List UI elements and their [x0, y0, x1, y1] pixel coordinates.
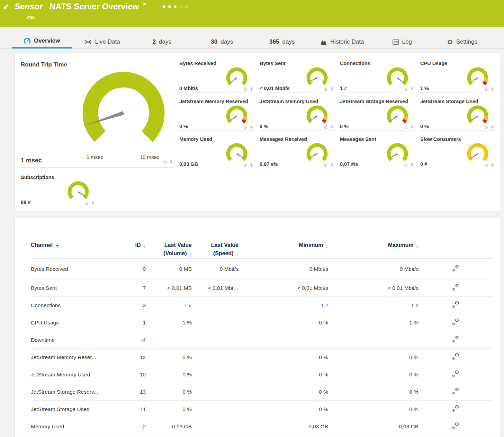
gear-icon: ⚙	[447, 39, 453, 45]
pin-icon[interactable]	[330, 163, 334, 168]
column-header-last-value-speed[interactable]: Last Value(Speed)▲▼	[192, 233, 238, 259]
channel-settings-icon[interactable]: ⚙⚙	[452, 422, 459, 429]
gear-icon[interactable]: ⚙	[243, 163, 248, 168]
column-header-last-value-volume[interactable]: Last Value(Volume)▲▼	[146, 233, 192, 259]
cell-last-value-volume: 0 MB	[146, 259, 192, 279]
cell-minimum: < 0,01 Mbit/s	[238, 279, 328, 297]
column-label: Last Value	[146, 241, 192, 249]
gauge-tile-bytes-sent[interactable]: Bytes Sent < 0,01 Mbit/s ⚙	[260, 59, 340, 97]
channel-settings-icon[interactable]: ⚙⚙	[452, 265, 459, 272]
gauge-tile-messages-received[interactable]: Messages Received 0,07 #/s ⚙	[260, 135, 340, 173]
pin-icon[interactable]	[490, 87, 494, 92]
gauge-arc	[465, 64, 491, 88]
round-trip-time-gauge[interactable]: Round Trip Time 0 msec 10 msec 1 msec ⚙	[21, 59, 174, 168]
tab-30-days[interactable]: 30days	[192, 35, 252, 48]
tab-bar: OverviewLive Data2days30days365daysHisto…	[0, 35, 504, 49]
cell-id: 3	[117, 297, 146, 314]
gear-icon[interactable]: ⚙	[404, 125, 408, 130]
gear-icon[interactable]: ⚙	[404, 163, 408, 168]
pin-icon[interactable]	[410, 163, 414, 168]
sort-descending-icon[interactable]: ▼	[55, 244, 59, 248]
tab-2-days[interactable]: 2days	[132, 35, 192, 48]
column-header-id[interactable]: ID▲▼	[117, 233, 146, 259]
pin-icon[interactable]	[250, 125, 253, 130]
column-header-maximum[interactable]: Maximum▲▼	[328, 233, 418, 259]
column-label: ID	[135, 242, 141, 248]
gauge-tile-messages-sent[interactable]: Messages Sent 0,07 #/s ⚙	[340, 135, 420, 173]
gauge-tile-memory-used[interactable]: Memory Used 0,03 GB ⚙	[179, 135, 260, 173]
tab-live-data[interactable]: Live Data	[72, 35, 132, 48]
gauge-tile-jetstream-storage-reserved[interactable]: JetStream Storage Reserved 0 % ⚙	[340, 97, 420, 135]
tab-365-days[interactable]: 365days	[252, 35, 312, 48]
channel-settings-icon[interactable]: ⚙⚙	[452, 371, 459, 377]
pin-icon[interactable]	[410, 125, 414, 130]
flag-icon[interactable]: ⚑	[143, 2, 147, 7]
sensor-status-bar: ✔ Sensor NATS Server Overview ⚑ ★★★☆☆ OK	[0, 0, 504, 27]
gauge-tile-cpu-usage[interactable]: CPU Usage 1 % ⚙	[420, 59, 501, 97]
pin-icon[interactable]	[330, 87, 334, 92]
column-header-minimum[interactable]: Minimum▲▼	[238, 233, 328, 259]
gauge-arc	[304, 64, 330, 88]
channel-settings-icon[interactable]: ⚙⚙	[452, 388, 459, 395]
sort-icon[interactable]: ▲▼	[236, 253, 238, 257]
page-title: NATS Server Overview	[50, 2, 139, 11]
gauge-title: Slow Consumers	[420, 136, 461, 142]
tab-historic-data[interactable]: Historic Data	[312, 35, 372, 48]
gear-icon[interactable]: ⚙	[84, 201, 89, 206]
sort-icon[interactable]: ▲▼	[143, 244, 146, 249]
sort-icon[interactable]: ▲▼	[416, 244, 418, 249]
gauge-tile-jetstream-memory-reserved[interactable]: JetStream Memory Reserved 0 % ⚙	[179, 97, 260, 135]
cell-minimum: 0,03 GB	[238, 418, 328, 435]
pin-icon[interactable]	[250, 163, 253, 168]
channel-settings-icon[interactable]: ⚙⚙	[452, 319, 459, 325]
pin-icon[interactable]	[91, 201, 95, 206]
column-label: Channel	[31, 242, 53, 248]
gauges-panel: Round Trip Time 0 msec 10 msec 1 msec ⚙ …	[14, 53, 500, 211]
gauge-value: < 0,01 Mbit/s	[260, 86, 290, 91]
pin-icon[interactable]	[169, 160, 173, 164]
gear-icon[interactable]: ⚙	[323, 87, 328, 92]
tab-settings[interactable]: ⚙Settings	[432, 35, 493, 48]
gear-icon[interactable]: ⚙	[404, 87, 408, 92]
channel-settings-icon[interactable]: ⚙⚙	[452, 405, 459, 412]
channel-settings-icon[interactable]: ⚙⚙	[452, 284, 459, 291]
gear-icon[interactable]: ⚙	[484, 87, 488, 92]
channels-table: Channel▼ ID▲▼ Last Value(Volume)▲▼ Last …	[31, 233, 492, 435]
gear-icon[interactable]: ⚙	[484, 125, 488, 130]
sort-icon[interactable]: ▲▼	[189, 253, 192, 257]
channel-settings-icon[interactable]: ⚙⚙	[452, 353, 459, 360]
gauge-title: Memory Used	[179, 136, 212, 142]
pin-icon[interactable]	[490, 125, 494, 130]
gauge-tile-connections[interactable]: Connections 1 # ⚙	[340, 59, 420, 97]
cell-last-value-speed	[192, 349, 238, 366]
gauge-tile-bytes-received[interactable]: Bytes Received 0 Mbit/s ⚙	[179, 59, 260, 97]
tab-log[interactable]: Log	[372, 35, 432, 48]
column-header-channel[interactable]: Channel▼	[31, 233, 117, 259]
channel-settings-icon[interactable]: ⚙⚙	[452, 301, 459, 308]
tab-label: Overview	[34, 37, 60, 44]
pin-icon[interactable]	[490, 163, 494, 168]
sort-icon[interactable]: ▲▼	[326, 244, 328, 249]
gear-icon[interactable]: ⚙	[484, 163, 488, 168]
gauge-tile-jetstream-storage-used[interactable]: JetStream Storage Used 0 % ⚙	[420, 97, 501, 135]
tab-overview[interactable]: Overview	[12, 35, 72, 48]
gear-icon[interactable]: ⚙	[323, 163, 328, 168]
channel-settings-icon[interactable]: ⚙⚙	[452, 336, 459, 343]
gauge-tile-jetstream-memory-used[interactable]: JetStream Memory Used 0 % ⚙	[260, 97, 340, 135]
gauge-value: 0 %	[179, 124, 188, 129]
cell-minimum: 0 %	[238, 314, 328, 331]
gauge-tile-slow-consumers[interactable]: Slow Consumers 0 # ⚙	[420, 135, 501, 173]
gauge-title: Subscriptions	[21, 175, 54, 180]
cell-minimum: 0 Mbit/s	[238, 259, 328, 279]
gear-icon[interactable]: ⚙	[243, 87, 248, 92]
pin-icon[interactable]	[250, 87, 253, 92]
gear-icon[interactable]: ⚙	[163, 160, 167, 164]
pin-icon[interactable]	[410, 87, 414, 92]
gear-icon[interactable]: ⚙	[323, 125, 328, 130]
cell-last-value-volume: 1 #	[146, 297, 192, 314]
column-label: Last Value	[192, 241, 238, 249]
gear-icon[interactable]: ⚙	[243, 125, 248, 130]
gauge-arc	[304, 102, 330, 126]
priority-stars[interactable]: ★★★☆☆	[161, 3, 190, 9]
pin-icon[interactable]	[330, 125, 334, 130]
